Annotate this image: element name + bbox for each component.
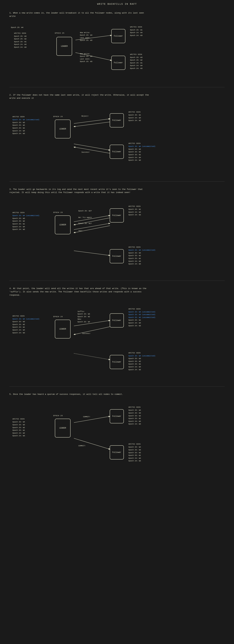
follower2-writes-5: WRITES SEEN Epoch 25: W4 Epoch 25: W3 Ep… xyxy=(129,443,141,462)
section-4: 4. At that point, the leader will send a… xyxy=(0,282,234,384)
commit2-label-5: COMMIT! xyxy=(78,444,86,447)
follower2-box-1: Follower xyxy=(111,56,125,70)
diagram-3: EPOCH 25 LEADER WRITES SEEN Epoch 25: W4… xyxy=(9,199,225,274)
follower1-box-2: Follower xyxy=(110,113,124,128)
section-1: 1. When a new write comes in, the leader… xyxy=(0,7,234,86)
leader-writes-3: WRITES SEEN Epoch 25: W4 (uncommitted) E… xyxy=(12,212,39,231)
svg-line-15 xyxy=(74,438,110,449)
svg-line-3 xyxy=(74,122,110,127)
follower1-writes-5: WRITES SEEN Epoch 25: W4 Epoch 25: W3 Ep… xyxy=(129,406,141,426)
svg-line-4 xyxy=(74,144,110,150)
section-5-desc: 5. Once the leader has heard a quorum of… xyxy=(9,393,150,396)
section-2-desc: 2. If the follower does not have the sam… xyxy=(9,94,150,100)
follower2-box-5: Follower xyxy=(110,445,124,460)
follower2-writes-4: WRITES SEEN Epoch 25: W4 (uncommitted) E… xyxy=(129,352,156,371)
leader-writes-4: WRITES SEEN Epoch 25: W4 (uncommitted) E… xyxy=(12,315,39,334)
follower1-box-3: Follower xyxy=(110,208,124,222)
follower1-writes-4: WRITES SEEN Epoch 25: W4 (uncommitted) E… xyxy=(129,308,156,327)
w2-label-3: Epoch 25: W2? xyxy=(78,210,92,212)
suffix-label-4: Suffix: Epoch 25: W3 Epoch 25: W2 New: E… xyxy=(78,310,90,323)
epoch-label-4: EPOCH 25 xyxy=(53,316,63,318)
section-4-desc: 4. At that point, the leader will send a… xyxy=(9,287,150,297)
success-label-4: Success! xyxy=(82,332,91,335)
leader-writes-2: WRITES SEEN Epoch 25: W4 (uncommitted) E… xyxy=(12,116,39,135)
follower1-writes-1: WRITES SEEN Epoch 25: W1 Epoch 24: W4 Ep… xyxy=(130,26,142,37)
reject-label-2: Reject! xyxy=(81,115,89,118)
success-label-2: Success! xyxy=(81,151,90,154)
follower2-writes-2: WRITES SEEN Epoch 25: W4 (uncommitted) E… xyxy=(129,142,156,162)
follower2-box-4: Follower xyxy=(110,355,124,369)
leader-box-1: LEADER xyxy=(56,37,72,56)
leader-box-4: LEADER xyxy=(55,320,70,338)
epoch-label-2: EPOCH 25 xyxy=(53,116,63,118)
epoch-label-5: EPOCH 25 xyxy=(53,415,63,416)
svg-line-14 xyxy=(74,416,110,422)
leader-box-3: LEADER xyxy=(55,216,70,234)
epoch-label-3: EPOCH 25 xyxy=(53,212,63,214)
follower2-box-3: Follower xyxy=(110,249,124,263)
svg-line-12 xyxy=(74,327,110,334)
epoch25-w4-label: Epoch 25: W4 xyxy=(11,26,23,29)
section-3: 3. The leader will go backwards in its l… xyxy=(0,183,234,279)
leader-writes-5: WRITES SEEN Epoch 25: W4 Epoch 25: W3 Ep… xyxy=(12,418,25,437)
notry-label-3: No! Try again xyxy=(78,216,92,219)
diagram-1: EPOCH 25 LEADER WRITES SEEN Epoch 25: W3… xyxy=(9,23,225,81)
page-title: WRITE BACKFILLS IN RAFT xyxy=(0,0,234,7)
follower1-box-1: Follower xyxy=(111,29,125,43)
svg-line-10 xyxy=(74,251,110,256)
arrow1-label-1: New Write: Epoch 25: W4 Last seen: Epoch… xyxy=(80,32,92,42)
diagram-5: EPOCH 25 LEADER WRITES SEEN Epoch 25: W4… xyxy=(9,400,225,476)
section-2: 2. If the follower does not have the sam… xyxy=(0,89,234,180)
section-5: 5. Once the leader has heard a quorum of… xyxy=(0,388,234,481)
section-3-desc: 3. The leader will go backwards in its l… xyxy=(9,188,150,194)
svg-line-2 xyxy=(74,119,110,124)
follower1-writes-3: WRITES SEEN Epoch 25: W1 Epoch 24: W4 Ep… xyxy=(129,205,141,216)
follower2-writes-3: WRITES SEEN Epoch 25: W4 (uncommitted) E… xyxy=(129,246,156,266)
follower1-writes-2: WRITES SEEN Epoch 25: W1 Epoch 24: W4 Ep… xyxy=(129,111,141,122)
epoch-label-1: EPOCH 25 xyxy=(55,32,64,34)
diagram-2: EPOCH 25 LEADER WRITES SEEN Epoch 25: W4… xyxy=(9,105,225,172)
commit1-label-5: COMMIT! xyxy=(83,416,90,418)
follower1-box-5: Follower xyxy=(110,409,124,423)
diagram-4: EPOCH 25 LEADER WRITES SEEN Epoch 25: W4… xyxy=(9,302,225,380)
leader-writes-1: WRITES SEEN Epoch 25: W3 Epoch 25: W2 Ep… xyxy=(14,32,26,49)
svg-line-5 xyxy=(74,147,110,153)
leader-box-5: LEADER xyxy=(55,419,70,438)
follower1-box-4: Follower xyxy=(110,313,124,328)
yes-label-3: Yes! xyxy=(78,230,82,232)
follower2-box-2: Follower xyxy=(110,145,124,159)
svg-line-13 xyxy=(74,354,110,360)
leader-box-2: LEADER xyxy=(55,120,70,138)
follower2-writes-1: WRITES SEEN Epoch 25: W3 Epoch 25: W2 Ep… xyxy=(130,53,142,70)
section-1-desc: 1. When a new write comes in, the leader… xyxy=(9,12,150,18)
arrow2-label-1: New Write: Epoch 25: W4 Last seen: Epoch… xyxy=(80,52,92,63)
w1-label-3: Epoch 25: W1? xyxy=(78,222,92,225)
